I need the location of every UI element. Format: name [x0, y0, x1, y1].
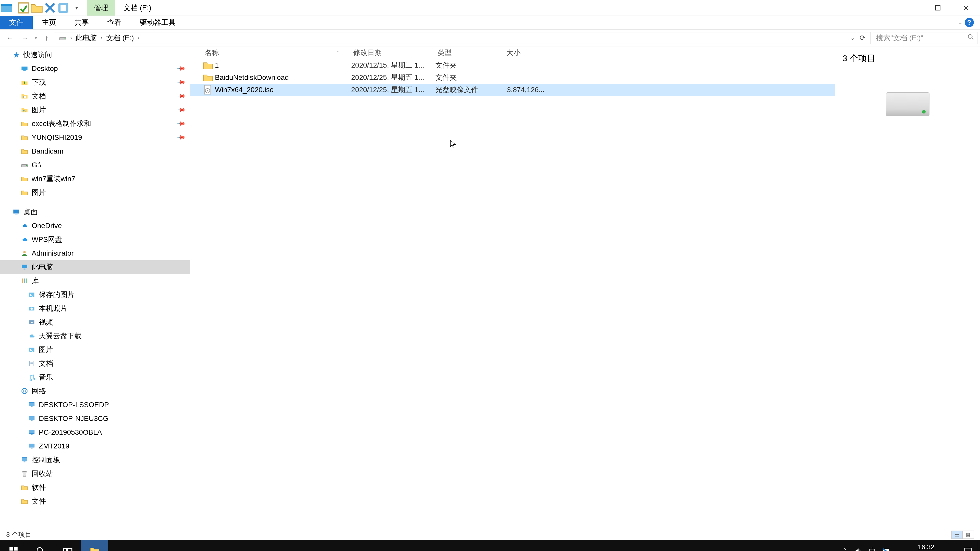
tree-qa-item[interactable]: win7重装win7 — [0, 172, 189, 186]
tree-control-panel[interactable]: 控制面板 — [0, 453, 189, 467]
onedrive-icon — [21, 222, 29, 230]
app-icon[interactable] — [0, 0, 13, 16]
tray-overflow-icon[interactable]: ˄ — [838, 540, 852, 551]
file-type: 文件夹 — [435, 60, 504, 70]
tray-clock[interactable]: 16:32 2020/12/25, 星期五 — [893, 543, 959, 551]
tree-desktop-item[interactable]: 库 — [0, 274, 189, 288]
folder-icon — [203, 72, 213, 83]
qat-dropdown-icon[interactable]: ▾ — [70, 0, 83, 16]
tree-network-item[interactable]: PC-20190530OBLA — [0, 426, 189, 439]
close-button[interactable] — [952, 0, 980, 16]
file-row[interactable]: Win7x64_2020.iso2020/12/25, 星期五 1...光盘映像… — [190, 84, 835, 96]
tree-software[interactable]: 软件 — [0, 481, 189, 494]
ribbon-collapse-icon[interactable]: ⌄ — [958, 19, 963, 26]
navigation-tree[interactable]: 快速访问 Desktop📌下载📌文档📌图片📌excel表格制作求和📌YUNQIS… — [0, 46, 190, 529]
tree-library-item[interactable]: 天翼云盘下载 — [0, 329, 189, 343]
tree-qa-item[interactable]: 下载📌 — [0, 76, 189, 89]
column-size[interactable]: 大小 — [504, 48, 555, 58]
file-list[interactable]: 名称˄ 修改日期 类型 大小 12020/12/15, 星期二 1...文件夹B… — [190, 46, 835, 529]
help-icon[interactable]: ? — [965, 18, 974, 27]
qat-rename-icon[interactable] — [57, 0, 70, 16]
svg-line-14 — [972, 38, 974, 40]
tree-qa-item[interactable]: Desktop📌 — [0, 62, 189, 76]
tree-library-item[interactable]: 图片 — [0, 343, 189, 357]
folder-icon — [203, 60, 213, 71]
breadcrumb[interactable]: › 此电脑 › 文档 (E:) › ⌄ ⟳ — [54, 32, 871, 44]
qat-delete-icon[interactable] — [43, 0, 57, 16]
tree-qa-item[interactable]: Bandicam — [0, 144, 189, 158]
view-thumbnails-button[interactable]: ▦ — [963, 530, 974, 539]
nav-up-button[interactable]: ↑ — [39, 30, 54, 45]
tree-label: 视频 — [39, 318, 53, 327]
file-row[interactable]: BaiduNetdiskDownload2020/12/25, 星期五 1...… — [190, 71, 835, 84]
contextual-tab-label[interactable]: 管理 — [87, 0, 115, 16]
column-date[interactable]: 修改日期 — [351, 48, 435, 58]
tree-qa-item[interactable]: G:\ — [0, 158, 189, 172]
column-headers[interactable]: 名称˄ 修改日期 类型 大小 — [190, 46, 835, 59]
tree-network-item[interactable]: DESKTOP-NJEU3CG — [0, 412, 189, 426]
tree-qa-item[interactable]: YUNQISHI2019📌 — [0, 130, 189, 144]
tree-library-item[interactable]: 音乐 — [0, 370, 189, 384]
tree-desktop-item[interactable]: WPS网盘 — [0, 233, 189, 246]
search-icon[interactable] — [967, 34, 974, 42]
tree-desktop[interactable]: 桌面 — [0, 205, 189, 219]
tree-desktop-item[interactable]: 此电脑 — [0, 260, 189, 274]
tray-security-icon[interactable] — [879, 540, 893, 551]
taskbar-explorer-button[interactable] — [81, 540, 108, 551]
breadcrumb-root[interactable]: 此电脑 — [73, 32, 100, 44]
tab-file[interactable]: 文件 — [0, 16, 33, 29]
column-type[interactable]: 类型 — [435, 48, 504, 58]
qat-properties-icon[interactable] — [17, 0, 30, 16]
tree-library-item[interactable]: 保存的图片 — [0, 288, 189, 302]
breadcrumb-drive-icon[interactable] — [56, 32, 69, 44]
tree-qa-item[interactable]: 图片📌 — [0, 103, 189, 117]
chevron-right-icon[interactable]: › — [137, 35, 140, 41]
breadcrumb-current[interactable]: 文档 (E:) — [103, 32, 137, 44]
task-view-button[interactable] — [54, 540, 81, 551]
nav-history-dropdown[interactable]: ▾ — [32, 35, 39, 41]
tree-library-item[interactable]: 本机照片 — [0, 302, 189, 315]
minimize-button[interactable] — [896, 0, 924, 16]
tree-desktop-item[interactable]: OneDrive — [0, 219, 189, 233]
tree-quick-access[interactable]: 快速访问 — [0, 48, 189, 62]
tray-ime-indicator[interactable]: 中 — [865, 540, 879, 551]
nav-forward-button[interactable]: → — [18, 30, 32, 45]
tree-desktop-item[interactable]: Administrator — [0, 246, 189, 260]
tree-library-item[interactable]: 文档 — [0, 357, 189, 370]
pin-icon: 📌 — [177, 78, 186, 87]
tree-qa-item[interactable]: 图片 — [0, 186, 189, 200]
refresh-icon[interactable]: ⟳ — [856, 34, 869, 42]
view-details-button[interactable]: ☰ — [951, 530, 963, 539]
tree-documents-folder[interactable]: 文件 — [0, 494, 189, 508]
file-row[interactable]: 12020/12/15, 星期二 1...文件夹 — [190, 59, 835, 71]
tray-volume-icon[interactable] — [852, 540, 865, 551]
show-desktop-button[interactable] — [977, 540, 980, 551]
taskbar-search-button[interactable] — [27, 540, 54, 551]
pin-icon: 📌 — [177, 64, 186, 73]
breadcrumb-dropdown-icon[interactable]: ⌄ — [850, 35, 855, 41]
chevron-right-icon[interactable]: › — [69, 35, 73, 41]
qat-newfolder-icon[interactable] — [30, 0, 43, 16]
maximize-button[interactable] — [924, 0, 952, 16]
tree-qa-item[interactable]: excel表格制作求和📌 — [0, 117, 189, 130]
nav-back-button[interactable]: ← — [3, 30, 18, 45]
tab-home[interactable]: 主页 — [33, 16, 65, 29]
tree-library-item[interactable]: 视频 — [0, 315, 189, 329]
tree-recycle-bin[interactable]: 回收站 — [0, 467, 189, 481]
tree-network[interactable]: 网络 — [0, 384, 189, 398]
chevron-right-icon[interactable]: › — [100, 35, 103, 41]
action-center-button[interactable]: 3 — [959, 540, 977, 551]
tab-drive-tools[interactable]: 驱动器工具 — [130, 16, 185, 29]
tab-view[interactable]: 查看 — [98, 16, 130, 29]
tree-qa-item[interactable]: 文档📌 — [0, 89, 189, 103]
column-name[interactable]: 名称˄ — [203, 48, 351, 58]
file-size: 3,874,126... — [504, 86, 555, 94]
start-button[interactable] — [0, 540, 27, 551]
svg-point-20 — [26, 165, 27, 166]
tree-network-item[interactable]: DESKTOP-LSSOEDP — [0, 398, 189, 412]
tab-share[interactable]: 共享 — [65, 16, 98, 29]
tree-network-item[interactable]: ZMT2019 — [0, 439, 189, 453]
svg-point-53 — [207, 90, 208, 91]
taskbar[interactable]: ˄ 中 16:32 2020/12/25, 星期五 3 — [0, 540, 980, 551]
search-input[interactable]: 搜索"文档 (E:)" — [873, 32, 977, 44]
